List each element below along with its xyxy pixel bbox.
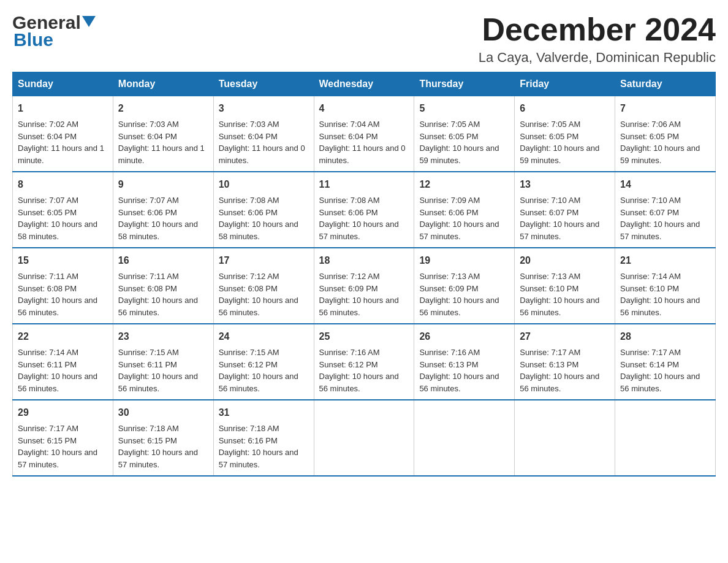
sunset-text: Sunset: 6:06 PM <box>419 207 509 219</box>
sunrise-text: Sunrise: 7:05 AM <box>419 118 509 131</box>
sunset-text: Sunset: 6:15 PM <box>18 435 108 447</box>
day-number: 26 <box>419 329 509 344</box>
daylight-text: Daylight: 10 hours and 56 minutes. <box>419 370 509 394</box>
calendar-cell: 27Sunrise: 7:17 AMSunset: 6:13 PMDayligh… <box>515 324 615 400</box>
calendar-cell: 28Sunrise: 7:17 AMSunset: 6:14 PMDayligh… <box>615 324 716 400</box>
sunrise-text: Sunrise: 7:03 AM <box>219 118 309 131</box>
day-number: 16 <box>118 253 208 268</box>
daylight-text: Daylight: 10 hours and 59 minutes. <box>620 142 710 166</box>
sunrise-text: Sunrise: 7:10 AM <box>620 194 710 207</box>
daylight-text: Daylight: 10 hours and 56 minutes. <box>18 294 108 318</box>
calendar-week-row: 29Sunrise: 7:17 AMSunset: 6:15 PMDayligh… <box>13 400 716 476</box>
sunset-text: Sunset: 6:04 PM <box>219 131 309 143</box>
daylight-text: Daylight: 11 hours and 0 minutes. <box>219 142 309 166</box>
sunset-text: Sunset: 6:16 PM <box>219 435 309 447</box>
daylight-text: Daylight: 10 hours and 58 minutes. <box>219 218 309 242</box>
header-monday: Monday <box>113 72 213 96</box>
day-number: 29 <box>18 405 108 420</box>
sunset-text: Sunset: 6:04 PM <box>18 131 108 143</box>
sunset-text: Sunset: 6:06 PM <box>118 207 208 219</box>
daylight-text: Daylight: 10 hours and 56 minutes. <box>118 370 208 394</box>
day-number: 22 <box>18 329 108 344</box>
sunset-text: Sunset: 6:05 PM <box>18 207 108 219</box>
header-sunday: Sunday <box>13 72 113 96</box>
sunrise-text: Sunrise: 7:12 AM <box>319 270 409 283</box>
calendar-cell: 26Sunrise: 7:16 AMSunset: 6:13 PMDayligh… <box>414 324 515 400</box>
daylight-text: Daylight: 11 hours and 1 minute. <box>118 142 208 166</box>
sunrise-text: Sunrise: 7:16 AM <box>419 347 509 359</box>
logo: General Blue <box>12 12 96 50</box>
calendar-cell: 25Sunrise: 7:16 AMSunset: 6:12 PMDayligh… <box>314 324 414 400</box>
daylight-text: Daylight: 11 hours and 1 minute. <box>18 142 108 166</box>
day-number: 12 <box>419 177 509 192</box>
day-number: 2 <box>118 101 208 116</box>
calendar-cell: 24Sunrise: 7:15 AMSunset: 6:12 PMDayligh… <box>213 324 314 400</box>
calendar-cell: 4Sunrise: 7:04 AMSunset: 6:04 PMDaylight… <box>314 96 414 172</box>
calendar-cell: 5Sunrise: 7:05 AMSunset: 6:05 PMDaylight… <box>414 96 515 172</box>
day-number: 6 <box>520 101 610 116</box>
header-saturday: Saturday <box>615 72 716 96</box>
sunset-text: Sunset: 6:05 PM <box>620 131 710 143</box>
calendar-cell: 6Sunrise: 7:05 AMSunset: 6:05 PMDaylight… <box>515 96 615 172</box>
calendar-cell <box>515 400 615 476</box>
sunset-text: Sunset: 6:09 PM <box>419 283 509 295</box>
calendar-week-row: 22Sunrise: 7:14 AMSunset: 6:11 PMDayligh… <box>13 324 716 400</box>
sunrise-text: Sunrise: 7:10 AM <box>520 194 610 207</box>
header-tuesday: Tuesday <box>213 72 314 96</box>
daylight-text: Daylight: 10 hours and 58 minutes. <box>118 218 208 242</box>
sunrise-text: Sunrise: 7:18 AM <box>118 423 208 435</box>
calendar-cell: 8Sunrise: 7:07 AMSunset: 6:05 PMDaylight… <box>13 172 113 248</box>
calendar-week-row: 8Sunrise: 7:07 AMSunset: 6:05 PMDaylight… <box>13 172 716 248</box>
daylight-text: Daylight: 10 hours and 56 minutes. <box>319 370 409 394</box>
calendar-cell: 29Sunrise: 7:17 AMSunset: 6:15 PMDayligh… <box>13 400 113 476</box>
sunrise-text: Sunrise: 7:15 AM <box>118 347 208 359</box>
calendar-cell: 2Sunrise: 7:03 AMSunset: 6:04 PMDaylight… <box>113 96 213 172</box>
page-header: General Blue December 2024 La Caya, Valv… <box>12 12 716 66</box>
title-section: December 2024 La Caya, Valverde, Dominic… <box>479 12 716 66</box>
day-number: 9 <box>118 177 208 192</box>
daylight-text: Daylight: 10 hours and 57 minutes. <box>219 446 309 470</box>
day-number: 28 <box>620 329 710 344</box>
daylight-text: Daylight: 10 hours and 56 minutes. <box>219 370 309 394</box>
sunrise-text: Sunrise: 7:04 AM <box>319 118 409 131</box>
day-number: 18 <box>319 253 409 268</box>
calendar-cell <box>414 400 515 476</box>
sunset-text: Sunset: 6:06 PM <box>219 207 309 219</box>
daylight-text: Daylight: 10 hours and 56 minutes. <box>620 294 710 318</box>
sunset-text: Sunset: 6:15 PM <box>118 435 208 447</box>
day-number: 17 <box>219 253 309 268</box>
sunrise-text: Sunrise: 7:13 AM <box>419 270 509 283</box>
calendar-cell <box>314 400 414 476</box>
sunrise-text: Sunrise: 7:14 AM <box>620 270 710 283</box>
calendar-cell: 16Sunrise: 7:11 AMSunset: 6:08 PMDayligh… <box>113 248 213 324</box>
sunset-text: Sunset: 6:04 PM <box>319 131 409 143</box>
sunset-text: Sunset: 6:07 PM <box>520 207 610 219</box>
daylight-text: Daylight: 10 hours and 57 minutes. <box>118 446 208 470</box>
sunrise-text: Sunrise: 7:06 AM <box>620 118 710 131</box>
day-number: 31 <box>219 405 309 420</box>
location-subtitle: La Caya, Valverde, Dominican Republic <box>479 50 716 66</box>
calendar-cell: 20Sunrise: 7:13 AMSunset: 6:10 PMDayligh… <box>515 248 615 324</box>
sunrise-text: Sunrise: 7:18 AM <box>219 423 309 435</box>
day-number: 5 <box>419 101 509 116</box>
sunrise-text: Sunrise: 7:17 AM <box>620 347 710 359</box>
daylight-text: Daylight: 10 hours and 59 minutes. <box>520 142 610 166</box>
sunrise-text: Sunrise: 7:17 AM <box>18 423 108 435</box>
day-number: 13 <box>520 177 610 192</box>
sunset-text: Sunset: 6:05 PM <box>520 131 610 143</box>
header-wednesday: Wednesday <box>314 72 414 96</box>
sunrise-text: Sunrise: 7:07 AM <box>18 194 108 207</box>
month-title: December 2024 <box>479 12 716 47</box>
sunrise-text: Sunrise: 7:09 AM <box>419 194 509 207</box>
calendar-cell: 10Sunrise: 7:08 AMSunset: 6:06 PMDayligh… <box>213 172 314 248</box>
calendar-cell: 11Sunrise: 7:08 AMSunset: 6:06 PMDayligh… <box>314 172 414 248</box>
sunrise-text: Sunrise: 7:14 AM <box>18 347 108 359</box>
calendar-header-row: SundayMondayTuesdayWednesdayThursdayFrid… <box>13 72 716 96</box>
sunset-text: Sunset: 6:09 PM <box>319 283 409 295</box>
sunrise-text: Sunrise: 7:08 AM <box>319 194 409 207</box>
svg-marker-0 <box>82 16 96 27</box>
calendar-cell: 21Sunrise: 7:14 AMSunset: 6:10 PMDayligh… <box>615 248 716 324</box>
day-number: 19 <box>419 253 509 268</box>
day-number: 8 <box>18 177 108 192</box>
calendar-week-row: 15Sunrise: 7:11 AMSunset: 6:08 PMDayligh… <box>13 248 716 324</box>
